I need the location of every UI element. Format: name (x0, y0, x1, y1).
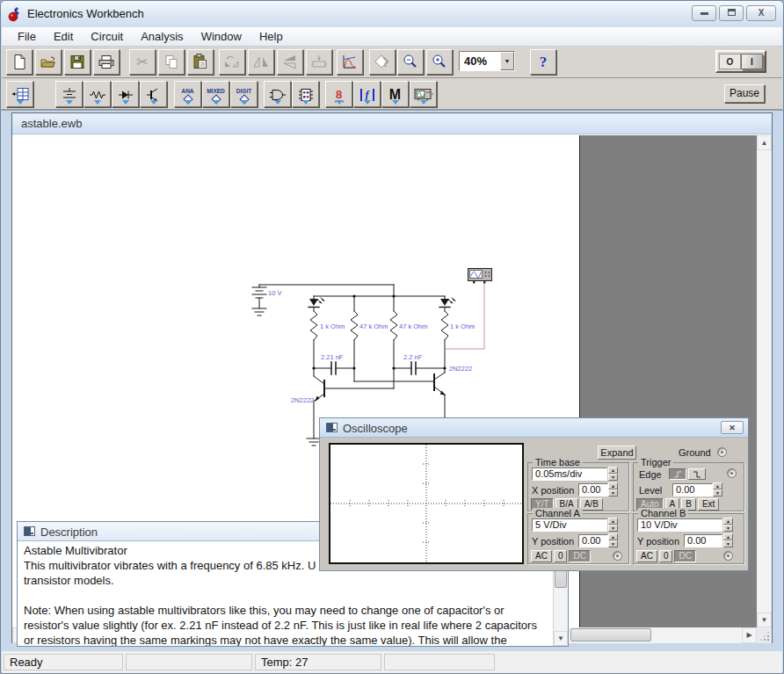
paste-button[interactable] (187, 49, 214, 75)
timebase-scale-spinner[interactable]: ▲▼ (608, 467, 618, 481)
trigger-ext-button[interactable]: Ext (698, 498, 719, 511)
channel-a-y-position-spinner[interactable]: ▲▼ (608, 533, 618, 547)
transistor-q1[interactable]: 2N2222 (291, 376, 324, 404)
channel-a-ac-button[interactable]: AC (531, 550, 552, 562)
menu-item-window[interactable]: Window (192, 27, 250, 46)
palette-digital-button[interactable] (292, 81, 319, 107)
trigger-terminal-radio[interactable] (727, 468, 737, 478)
channel-b-scale-field[interactable]: 10 V/Div (637, 518, 722, 532)
oscilloscope-component-icon[interactable] (468, 269, 492, 284)
menu-item-help[interactable]: Help (250, 27, 292, 46)
close-button[interactable]: X (746, 5, 776, 21)
x-position-field[interactable]: 0.00 (578, 483, 608, 496)
palette-indicators-button[interactable]: 8 (325, 81, 352, 107)
menu-item-circuit[interactable]: Circuit (82, 27, 132, 46)
capacitor-c1-label: 2.21 nF (321, 353, 344, 361)
new-circuit-button[interactable] (6, 49, 33, 75)
horizontal-scroll-thumb[interactable] (570, 628, 651, 641)
transistor-q2[interactable]: 2N2222 (434, 365, 472, 395)
resize-grip[interactable] (757, 627, 772, 643)
zoom-level-combobox[interactable]: 40% ▼ (459, 51, 515, 71)
channel-b-terminal-radio[interactable] (723, 551, 733, 561)
zoom-out-button[interactable] (397, 49, 424, 75)
rising-edge-button[interactable] (669, 468, 686, 480)
menu-item-analysis[interactable]: Analysis (132, 27, 192, 46)
print-button[interactable] (93, 49, 120, 75)
save-button[interactable] (64, 49, 91, 75)
ab-mode-button[interactable]: A/B (580, 498, 603, 511)
oscilloscope-close-button[interactable]: ✕ (721, 421, 744, 434)
channel-a-scale-field[interactable]: 5 V/Div (532, 518, 607, 532)
palette-mixed-ics-button[interactable]: MIXED (202, 81, 229, 107)
minimize-button[interactable] (692, 5, 716, 21)
channel-a-y-position-field[interactable]: 0.00 (578, 534, 608, 547)
palette-sources-button[interactable] (55, 81, 83, 107)
probe-wire[interactable] (445, 280, 484, 349)
trigger-level-field[interactable]: 0.00 (672, 483, 713, 496)
x-position-spinner[interactable]: ▲▼ (608, 482, 618, 496)
spin-up-icon: ▲ (723, 533, 733, 540)
scroll-down-icon[interactable]: ▼ (757, 612, 772, 627)
flip-horizontal-button[interactable] (248, 49, 274, 75)
oscilloscope-title-bar[interactable]: Oscilloscope ✕ (320, 418, 748, 438)
flip-vertical-button[interactable] (277, 49, 303, 75)
falling-edge-button[interactable] (688, 468, 706, 480)
resistor-r2[interactable]: 47 k Ohm (351, 311, 388, 340)
copy-button[interactable] (158, 49, 185, 75)
channel-b-y-position-spinner[interactable]: ▲▼ (723, 533, 733, 547)
capacitor-c2[interactable]: 2.2 nF (403, 353, 423, 374)
component-properties-button[interactable] (369, 49, 396, 75)
channel-b-zero-button[interactable]: 0 (659, 550, 673, 562)
menu-item-edit[interactable]: Edit (45, 27, 82, 46)
channel-a-dc-button[interactable]: DC (569, 550, 590, 562)
channel-b-scale-spinner[interactable]: ▲▼ (723, 518, 733, 532)
resistor-r1[interactable]: 1 k Ohm (310, 311, 345, 340)
palette-favorites-button[interactable] (6, 81, 33, 107)
scroll-right-icon[interactable]: ▶ (742, 627, 757, 643)
palette-basic-button[interactable] (83, 81, 111, 107)
channel-b-y-position-field[interactable]: 0.00 (684, 534, 722, 547)
display-graphs-button[interactable] (337, 49, 363, 75)
document-title-bar[interactable]: astable.ewb (12, 113, 772, 134)
open-button[interactable] (35, 49, 62, 75)
menu-item-file[interactable]: File (9, 27, 45, 46)
vertical-scrollbar[interactable]: ▲ ▼ (757, 135, 772, 627)
cut-button[interactable]: ✂ (129, 49, 156, 75)
resistor-r4[interactable]: 1 k Ohm (441, 311, 475, 340)
palette-transistors-button[interactable] (140, 81, 167, 107)
rotate-button[interactable] (219, 49, 245, 75)
trigger-level-spinner[interactable]: ▲▼ (713, 482, 722, 496)
resistor-r3[interactable]: 47 k Ohm (390, 311, 428, 340)
palette-arrow-icon (241, 100, 248, 105)
channel-a-zero-button[interactable]: 0 (554, 550, 568, 562)
combobox-dropdown-arrow-icon[interactable]: ▼ (500, 52, 514, 70)
restore-button[interactable] (719, 5, 744, 21)
channel-b-dc-button[interactable]: DC (674, 550, 695, 562)
led-2[interactable] (439, 298, 455, 308)
scroll-up-icon[interactable]: ▲ (757, 135, 772, 150)
palette-controls-button[interactable]: f (353, 81, 381, 107)
ground-terminal-radio[interactable] (717, 447, 727, 457)
timebase-scale-field[interactable]: 0.05ms/div (532, 467, 607, 481)
zoom-in-button[interactable] (426, 49, 453, 75)
channel-a-scale-spinner[interactable]: ▲▼ (608, 518, 618, 532)
channel-b-ac-button[interactable]: AC (636, 550, 657, 562)
channel-a-terminal-radio[interactable] (613, 551, 622, 561)
expand-button[interactable]: Expand (598, 446, 636, 460)
palette-miscellaneous-button[interactable]: M (381, 81, 409, 107)
capacitor-c1[interactable]: 2.21 nF (321, 353, 344, 374)
scroll-down-icon[interactable]: ▼ (554, 631, 568, 646)
pause-button[interactable]: Pause (724, 84, 765, 103)
palette-diodes-button[interactable] (112, 81, 139, 107)
title-bar[interactable]: Electronics Workbench X (1, 1, 783, 27)
help-button[interactable]: ? (530, 49, 556, 75)
palette-digital-ics-button[interactable]: DIGIT (230, 81, 258, 107)
palette-analog-ics-button[interactable]: ANA (174, 81, 201, 107)
create-subcircuit-button[interactable] (306, 49, 332, 75)
palette-logic-gates-button[interactable] (264, 81, 291, 107)
ground-symbol[interactable] (252, 308, 266, 315)
battery[interactable]: 10 V (252, 287, 281, 298)
power-switch-button[interactable]: O I (715, 50, 766, 73)
led-1[interactable] (309, 298, 324, 308)
palette-instruments-button[interactable] (410, 81, 437, 107)
